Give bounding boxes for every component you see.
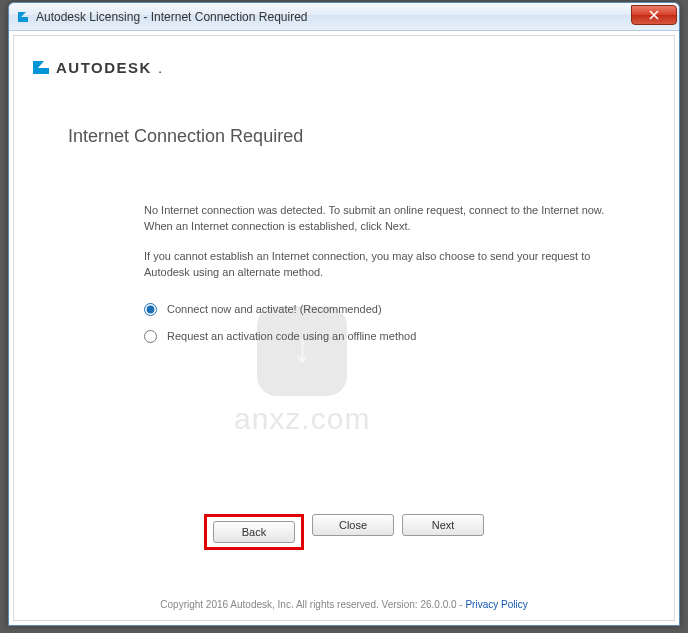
brand-logo: AUTODESK.: [32, 58, 656, 76]
privacy-policy-link[interactable]: Privacy Policy: [465, 599, 527, 610]
watermark-text: anxz.com: [234, 402, 370, 436]
content-panel: AUTODESK. Internet Connection Required N…: [13, 35, 675, 621]
window-title: Autodesk Licensing - Internet Connection…: [36, 10, 631, 24]
next-button[interactable]: Next: [402, 514, 484, 536]
client-area: AUTODESK. Internet Connection Required N…: [9, 31, 679, 625]
dialog-window: Autodesk Licensing - Internet Connection…: [8, 2, 680, 626]
brand-dot: .: [158, 59, 162, 76]
body-text: No Internet connection was detected. To …: [144, 203, 616, 295]
footer-copyright: Copyright 2016 Autodesk, Inc. All rights…: [160, 599, 465, 610]
button-row: Back Close Next: [14, 514, 674, 550]
radio-offline-input[interactable]: [144, 330, 157, 343]
radio-group: Connect now and activate! (Recommended) …: [144, 303, 656, 357]
radio-connect-now-input[interactable]: [144, 303, 157, 316]
back-button[interactable]: Back: [213, 521, 295, 543]
close-button[interactable]: Close: [312, 514, 394, 536]
app-icon: [15, 9, 31, 25]
autodesk-logo-icon: [32, 58, 50, 76]
brand-name: AUTODESK: [56, 59, 152, 76]
page-heading: Internet Connection Required: [68, 126, 656, 147]
radio-connect-now[interactable]: Connect now and activate! (Recommended): [144, 303, 656, 316]
radio-connect-now-label: Connect now and activate! (Recommended): [167, 303, 382, 315]
radio-offline[interactable]: Request an activation code using an offl…: [144, 330, 656, 343]
footer: Copyright 2016 Autodesk, Inc. All rights…: [14, 599, 674, 610]
paragraph-1: No Internet connection was detected. To …: [144, 203, 616, 235]
radio-offline-label: Request an activation code using an offl…: [167, 330, 416, 342]
titlebar[interactable]: Autodesk Licensing - Internet Connection…: [9, 3, 679, 31]
highlight-back: Back: [204, 514, 304, 550]
paragraph-2: If you cannot establish an Internet conn…: [144, 249, 616, 281]
window-close-button[interactable]: [631, 5, 677, 25]
